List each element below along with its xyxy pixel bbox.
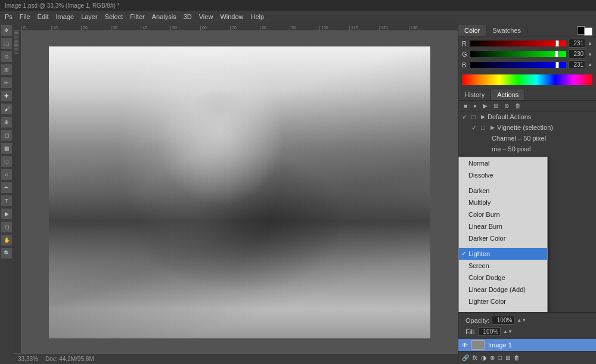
ruler-mark: 70 xyxy=(230,26,260,30)
delete-action-btn[interactable]: 🗑 xyxy=(513,102,523,110)
menu-image[interactable]: Image xyxy=(56,13,74,20)
blend-mode-menu: Normal Dissolve Darken Multiply Color Bu… xyxy=(458,157,548,312)
vignette-item[interactable]: ✓ □ ▶ Vignette (selection) xyxy=(458,122,596,133)
healing-tool[interactable]: ✚ xyxy=(1,91,12,101)
tab-actions[interactable]: Actions xyxy=(491,89,525,100)
tab-history[interactable]: History xyxy=(458,89,491,100)
hand-tool[interactable]: ✋ xyxy=(1,235,12,245)
left-toolbar: ✥ ⬚ ⊙ ⊞ ✏ ✚ 🖌 ⊕ ◻ ▦ ◌ ○ ✒ T ▶ ◻ ✋ 🔍 xyxy=(0,23,13,364)
selection-tool[interactable]: ⬚ xyxy=(1,38,12,49)
expand-arrow[interactable]: ▶ xyxy=(491,125,495,130)
eyedropper-tool[interactable]: ✏ xyxy=(1,77,12,88)
shape-tool[interactable]: ◻ xyxy=(1,222,12,232)
move-tool[interactable]: ✥ xyxy=(1,25,12,36)
canvas-viewport[interactable] xyxy=(21,31,458,353)
menu-3d[interactable]: 3D xyxy=(184,13,192,20)
text-tool[interactable]: T xyxy=(1,195,12,206)
blend-linear-burn[interactable]: Linear Burn xyxy=(459,220,547,232)
frame-item: me – 50 pixel xyxy=(458,144,596,154)
path-selection-tool[interactable]: ▶ xyxy=(1,209,12,219)
menu-filter[interactable]: Filter xyxy=(130,13,144,20)
dodge-tool[interactable]: ○ xyxy=(1,169,12,180)
blend-overlay[interactable]: Overlay xyxy=(459,311,547,312)
eye-icon[interactable]: 👁 xyxy=(462,342,468,349)
lasso-tool[interactable]: ⊙ xyxy=(1,51,12,62)
blend-linear-dodge[interactable]: Linear Dodge (Add) xyxy=(459,284,547,295)
create-set-btn[interactable]: ⊞ xyxy=(492,102,500,110)
folder-icon: □ xyxy=(481,124,488,131)
opacity-value[interactable]: 100% xyxy=(492,316,514,325)
gradient-tool[interactable]: ▦ xyxy=(1,143,12,154)
blend-screen[interactable]: Screen xyxy=(459,260,547,272)
fill-label: Fill: xyxy=(465,328,476,335)
ruler-mark: 40 xyxy=(141,26,170,30)
menu-layer[interactable]: Layer xyxy=(81,13,98,20)
menu-photoshop[interactable]: Ps xyxy=(5,13,13,20)
g-value[interactable]: 230 xyxy=(569,49,585,58)
bg-color-swatch[interactable] xyxy=(584,27,592,36)
opacity-arrow[interactable]: ▲▼ xyxy=(517,318,526,323)
menu-help[interactable]: Help xyxy=(251,13,265,20)
ruler-mark: 80 xyxy=(260,26,290,30)
create-action-btn[interactable]: ⊕ xyxy=(502,102,511,110)
history-tabs: History Actions xyxy=(458,89,596,101)
b-value[interactable]: 231 xyxy=(569,60,585,69)
default-actions-item[interactable]: ✓ □ ▶ Default Actions xyxy=(458,111,596,122)
ruler-mark: 10 xyxy=(51,26,81,30)
group-layers-btn[interactable]: □ xyxy=(498,354,502,361)
clone-tool[interactable]: ⊕ xyxy=(1,117,12,127)
fx-icon[interactable]: fx xyxy=(473,354,477,361)
link-icon[interactable]: 🔗 xyxy=(462,354,469,361)
delete-layer-btn[interactable]: 🗑 xyxy=(514,354,520,361)
b-label: B xyxy=(462,61,468,69)
ruler-mark: 120 xyxy=(379,26,409,30)
r-value[interactable]: 231 xyxy=(569,39,585,48)
blend-color-burn[interactable]: Color Burn xyxy=(459,209,547,220)
play-btn[interactable]: ▶ xyxy=(481,102,489,110)
actions-toolbar: ■ ● ▶ ⊞ ⊕ 🗑 xyxy=(458,101,596,111)
b-up-arrow[interactable]: ▲ xyxy=(588,62,592,67)
fill-arrow[interactable]: ▲▼ xyxy=(503,329,513,334)
blend-normal[interactable]: Normal xyxy=(459,157,547,169)
expand-arrow[interactable]: ▶ xyxy=(481,114,485,120)
brush-tool[interactable]: 🖌 xyxy=(1,104,12,114)
b-slider[interactable] xyxy=(470,62,566,68)
blend-color-dodge[interactable]: Color Dodge xyxy=(459,272,547,284)
new-layer-btn[interactable]: ⊞ xyxy=(505,354,510,361)
channel-item: Channel – 50 pixel xyxy=(458,133,596,144)
tab-swatches[interactable]: Swatches xyxy=(486,25,527,36)
r-slider[interactable] xyxy=(470,41,566,46)
blur-tool[interactable]: ◌ xyxy=(1,156,12,167)
menu-window[interactable]: Window xyxy=(220,13,243,20)
blend-darker-color[interactable]: Darker Color xyxy=(459,232,547,244)
ruler-mark: 20 xyxy=(81,26,111,30)
new-fill-layer-btn[interactable]: ◑ xyxy=(481,354,486,361)
layer-item[interactable]: 👁 Image 1 xyxy=(458,339,596,351)
g-slider[interactable] xyxy=(470,51,566,57)
record-btn[interactable]: ● xyxy=(471,102,479,110)
menu-edit[interactable]: Edit xyxy=(38,13,49,20)
menu-analysis[interactable]: Analysis xyxy=(152,13,176,20)
menu-select[interactable]: Select xyxy=(105,13,123,20)
zoom-tool[interactable]: 🔍 xyxy=(1,248,12,259)
menu-file[interactable]: File xyxy=(20,13,30,20)
g-up-arrow[interactable]: ▲ xyxy=(588,51,592,57)
canvas-area: 0 10 20 30 40 50 60 70 80 90 100 110 120… xyxy=(13,23,458,364)
blend-lighten[interactable]: Lighten xyxy=(459,248,547,260)
blend-dissolve[interactable]: Dissolve xyxy=(459,169,547,181)
color-spectrum-bar[interactable] xyxy=(462,74,592,85)
pen-tool[interactable]: ✒ xyxy=(1,182,12,193)
menu-view[interactable]: View xyxy=(199,13,213,20)
adjustment-layer-btn[interactable]: ⊕ xyxy=(490,354,495,361)
stop-btn[interactable]: ■ xyxy=(462,102,469,110)
channel-label: Channel – 50 pixel xyxy=(492,135,592,142)
r-up-arrow[interactable]: ▲ xyxy=(588,41,592,46)
g-label: G xyxy=(462,51,468,58)
blend-lighter-color[interactable]: Lighter Color xyxy=(459,295,547,307)
blend-darken[interactable]: Darken xyxy=(459,185,547,197)
crop-tool[interactable]: ⊞ xyxy=(1,64,12,75)
eraser-tool[interactable]: ◻ xyxy=(1,130,12,141)
blend-multiply[interactable]: Multiply xyxy=(459,197,547,209)
fill-value[interactable]: 100% xyxy=(478,327,501,336)
tab-color[interactable]: Color xyxy=(458,25,486,36)
